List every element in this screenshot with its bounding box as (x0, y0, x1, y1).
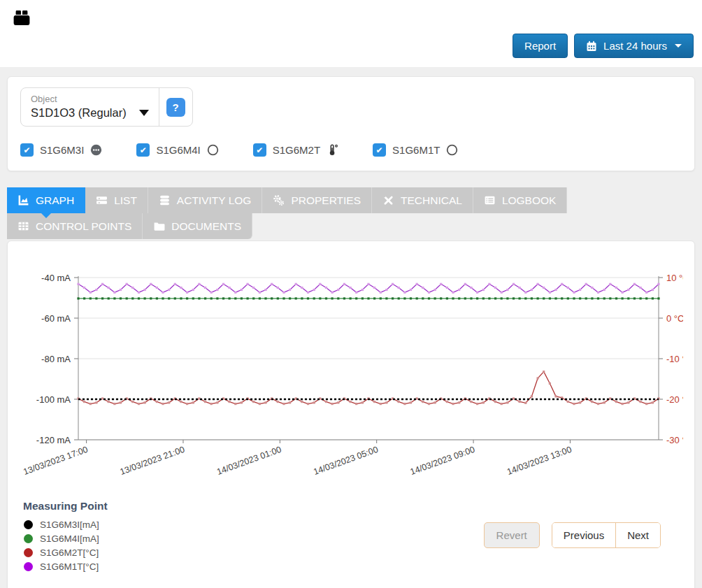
tools-icon (382, 194, 394, 206)
svg-text:10 °C: 10 °C (666, 273, 683, 283)
folder-icon (153, 220, 165, 232)
legend-item: S1G6M4I[mA] (24, 533, 108, 544)
tab-control-points[interactable]: CONTROL POINTS (7, 213, 143, 239)
object-select[interactable]: Object S1D1O3 (Regular) ? (20, 87, 193, 127)
circle-outline-icon (207, 144, 219, 156)
page-header: Report Last 24 hours (0, 0, 702, 68)
database-icon (159, 194, 171, 206)
svg-text:-80 mA: -80 mA (41, 354, 71, 364)
tab-bar: GRAPH LIST ACTIVITY LOG (7, 187, 695, 239)
main-content: Object S1D1O3 (Regular) ? ✔ S1G6M3I (0, 68, 702, 588)
tab-label: LIST (114, 194, 137, 207)
tab-logbook[interactable]: LOGBOOK (473, 187, 568, 213)
svg-text:0 °C: 0 °C (666, 313, 683, 324)
object-select-label: Object (31, 94, 149, 104)
svg-text:-30 °C: -30 °C (666, 435, 683, 445)
list-icon (96, 194, 108, 206)
object-select-field[interactable]: Object S1D1O3 (Regular) (21, 88, 159, 126)
svg-text:-20 °C: -20 °C (666, 394, 683, 405)
report-button-label: Report (524, 40, 556, 52)
next-button[interactable]: Next (616, 523, 660, 547)
circle-outline-icon (446, 144, 458, 156)
checkbox-checked-icon[interactable]: ✔ (253, 143, 266, 157)
legend-dot (24, 562, 33, 571)
header-actions: Report Last 24 hours (513, 34, 694, 58)
tab-properties[interactable]: PROPERTIES (262, 187, 372, 213)
legend-item: S1G6M3I[mA] (24, 519, 108, 530)
svg-text:14/03/2023 05:00: 14/03/2023 05:00 (312, 445, 379, 477)
svg-text:-10 °C: -10 °C (666, 354, 683, 364)
legend-item-label: S1G6M2T[°C] (40, 547, 99, 558)
briefcase-icon (12, 8, 31, 28)
tab-label: DOCUMENTS (171, 220, 241, 233)
caret-down-icon (675, 44, 682, 48)
measuring-point-checkbox-row: ✔ S1G6M3I ✔ S1G6M4I ✔ S1G6M2T (20, 143, 682, 157)
legend-title: Measuring Point (23, 500, 108, 512)
svg-text:14/03/2023 09:00: 14/03/2023 09:00 (409, 445, 476, 477)
svg-text:14/03/2023 01:00: 14/03/2023 01:00 (215, 445, 282, 477)
svg-text:13/03/2023 21:00: 13/03/2023 21:00 (119, 445, 186, 477)
previous-button[interactable]: Previous (552, 523, 616, 547)
svg-text:14/03/2023 13:00: 14/03/2023 13:00 (506, 445, 573, 477)
help-button[interactable]: ? (166, 98, 185, 117)
grid-icon (17, 220, 29, 232)
checkbox-item-s1g6m4i[interactable]: ✔ S1G6M4I (136, 143, 218, 157)
report-button[interactable]: Report (513, 34, 568, 58)
chart-icon (17, 194, 29, 206)
legend-item-label: S1G6M3I[mA] (40, 519, 99, 530)
filter-card: Object S1D1O3 (Regular) ? ✔ S1G6M3I (7, 76, 695, 171)
object-select-value: S1D1O3 (Regular) (31, 106, 127, 120)
chart-svg: -40 mA10 °C-60 mA0 °C-80 mA-10 °C-100 mA… (19, 251, 683, 487)
checkbox-label: S1G6M2T (273, 144, 320, 156)
checkbox-label: S1G6M1T (392, 144, 440, 156)
tab-label: GRAPH (36, 194, 74, 207)
svg-text:-120 mA: -120 mA (36, 435, 71, 445)
graph-panel: -40 mA10 °C-60 mA0 °C-80 mA-10 °C-100 mA… (7, 241, 695, 588)
tab-graph[interactable]: GRAPH (7, 187, 85, 213)
tab-activity-log[interactable]: ACTIVITY LOG (148, 187, 263, 213)
legend-item: S1G6M1T[°C] (24, 561, 108, 572)
gears-icon (273, 194, 285, 206)
legend-dot (24, 534, 33, 543)
help-cell: ? (159, 88, 192, 126)
checkbox-checked-icon[interactable]: ✔ (136, 143, 150, 157)
time-range-label: Last 24 hours (603, 40, 667, 52)
tab-documents[interactable]: DOCUMENTS (143, 213, 252, 239)
chart-container: -40 mA10 °C-60 mA0 °C-80 mA-10 °C-100 mA… (19, 251, 683, 490)
tab-label: ACTIVITY LOG (177, 194, 252, 207)
thermometer-icon (327, 144, 338, 156)
tab-label: PROPERTIES (291, 194, 361, 207)
svg-text:-40 mA: -40 mA (41, 273, 71, 283)
tab-label: CONTROL POINTS (36, 220, 131, 233)
select-caret-icon (139, 110, 149, 116)
svg-text:13/03/2023 17:00: 13/03/2023 17:00 (22, 445, 89, 477)
legend-item-label: S1G6M1T[°C] (40, 561, 99, 572)
ellipsis-circle-icon (90, 144, 102, 156)
logbook-icon (484, 194, 496, 206)
revert-button[interactable]: Revert (484, 522, 540, 548)
checkbox-checked-icon[interactable]: ✔ (373, 143, 386, 157)
checkbox-checked-icon[interactable]: ✔ (20, 143, 34, 157)
legend-item: S1G6M2T[°C] (24, 547, 108, 558)
tab-label: LOGBOOK (502, 194, 557, 207)
tab-label: TECHNICAL (401, 194, 462, 207)
prev-next-button-group: Previous Next (552, 522, 661, 548)
checkbox-label: S1G6M3I (40, 144, 84, 156)
legend-item-label: S1G6M4I[mA] (40, 533, 99, 544)
svg-text:-100 mA: -100 mA (36, 394, 71, 405)
tab-technical[interactable]: TECHNICAL (372, 187, 473, 213)
legend-dot (24, 548, 33, 557)
legend-and-actions-row: Measuring Point S1G6M3I[mA] S1G6M4I[mA] … (19, 500, 683, 575)
checkbox-item-s1g6m3i[interactable]: ✔ S1G6M3I (20, 143, 102, 157)
tab-list[interactable]: LIST (85, 187, 148, 213)
checkbox-item-s1g6m1t[interactable]: ✔ S1G6M1T (373, 143, 458, 157)
checkbox-item-s1g6m2t[interactable]: ✔ S1G6M2T (253, 143, 338, 157)
chart-navigation: Revert Previous Next (484, 522, 661, 548)
legend: Measuring Point S1G6M3I[mA] S1G6M4I[mA] … (19, 500, 108, 575)
calendar-icon (586, 41, 597, 52)
legend-dot (24, 520, 33, 529)
svg-text:-60 mA: -60 mA (41, 313, 71, 324)
checkbox-label: S1G6M4I (156, 144, 200, 156)
time-range-dropdown-button[interactable]: Last 24 hours (574, 34, 694, 58)
